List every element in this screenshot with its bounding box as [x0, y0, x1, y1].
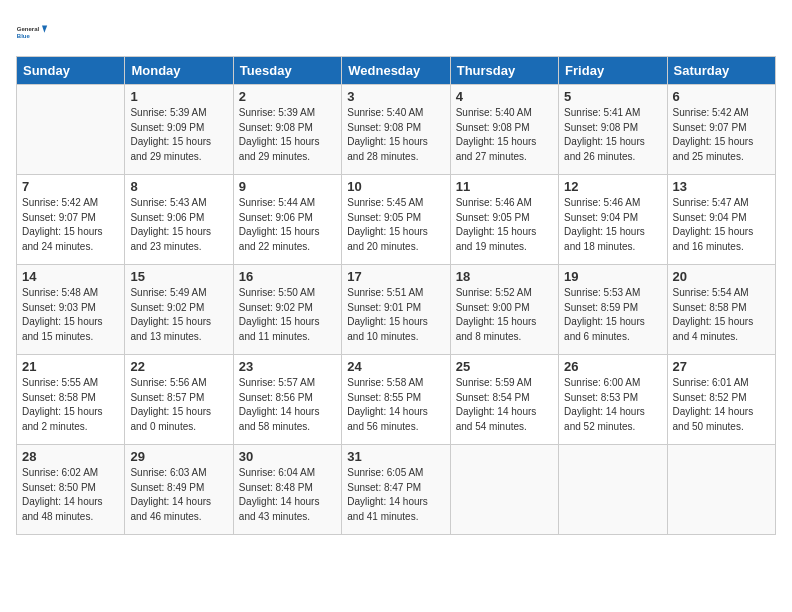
calendar-cell: 28Sunrise: 6:02 AM Sunset: 8:50 PM Dayli…	[17, 445, 125, 535]
calendar-header-row: SundayMondayTuesdayWednesdayThursdayFrid…	[17, 57, 776, 85]
day-number: 30	[239, 449, 336, 464]
calendar-cell: 3Sunrise: 5:40 AM Sunset: 9:08 PM Daylig…	[342, 85, 450, 175]
day-info: Sunrise: 5:42 AM Sunset: 9:07 PM Dayligh…	[22, 196, 119, 254]
calendar-cell: 19Sunrise: 5:53 AM Sunset: 8:59 PM Dayli…	[559, 265, 667, 355]
day-info: Sunrise: 5:51 AM Sunset: 9:01 PM Dayligh…	[347, 286, 444, 344]
logo: GeneralBlue	[16, 16, 48, 48]
calendar-week-row: 14Sunrise: 5:48 AM Sunset: 9:03 PM Dayli…	[17, 265, 776, 355]
calendar-cell	[450, 445, 558, 535]
calendar-cell: 5Sunrise: 5:41 AM Sunset: 9:08 PM Daylig…	[559, 85, 667, 175]
calendar-cell: 9Sunrise: 5:44 AM Sunset: 9:06 PM Daylig…	[233, 175, 341, 265]
calendar-cell: 21Sunrise: 5:55 AM Sunset: 8:58 PM Dayli…	[17, 355, 125, 445]
calendar-cell: 17Sunrise: 5:51 AM Sunset: 9:01 PM Dayli…	[342, 265, 450, 355]
calendar-cell: 18Sunrise: 5:52 AM Sunset: 9:00 PM Dayli…	[450, 265, 558, 355]
day-info: Sunrise: 5:47 AM Sunset: 9:04 PM Dayligh…	[673, 196, 770, 254]
calendar-cell	[17, 85, 125, 175]
calendar-cell	[559, 445, 667, 535]
day-number: 31	[347, 449, 444, 464]
calendar-cell: 1Sunrise: 5:39 AM Sunset: 9:09 PM Daylig…	[125, 85, 233, 175]
day-number: 6	[673, 89, 770, 104]
calendar-cell: 7Sunrise: 5:42 AM Sunset: 9:07 PM Daylig…	[17, 175, 125, 265]
day-number: 26	[564, 359, 661, 374]
svg-text:General: General	[17, 26, 40, 32]
calendar-cell: 15Sunrise: 5:49 AM Sunset: 9:02 PM Dayli…	[125, 265, 233, 355]
day-info: Sunrise: 5:59 AM Sunset: 8:54 PM Dayligh…	[456, 376, 553, 434]
calendar-cell: 16Sunrise: 5:50 AM Sunset: 9:02 PM Dayli…	[233, 265, 341, 355]
day-number: 2	[239, 89, 336, 104]
day-number: 10	[347, 179, 444, 194]
calendar-cell: 23Sunrise: 5:57 AM Sunset: 8:56 PM Dayli…	[233, 355, 341, 445]
day-number: 21	[22, 359, 119, 374]
day-info: Sunrise: 6:02 AM Sunset: 8:50 PM Dayligh…	[22, 466, 119, 524]
day-info: Sunrise: 5:49 AM Sunset: 9:02 PM Dayligh…	[130, 286, 227, 344]
day-info: Sunrise: 5:44 AM Sunset: 9:06 PM Dayligh…	[239, 196, 336, 254]
day-number: 20	[673, 269, 770, 284]
svg-marker-2	[42, 26, 47, 33]
day-info: Sunrise: 5:45 AM Sunset: 9:05 PM Dayligh…	[347, 196, 444, 254]
day-number: 25	[456, 359, 553, 374]
day-number: 27	[673, 359, 770, 374]
day-info: Sunrise: 5:52 AM Sunset: 9:00 PM Dayligh…	[456, 286, 553, 344]
day-info: Sunrise: 5:46 AM Sunset: 9:05 PM Dayligh…	[456, 196, 553, 254]
day-number: 7	[22, 179, 119, 194]
day-number: 5	[564, 89, 661, 104]
day-number: 24	[347, 359, 444, 374]
calendar-cell: 2Sunrise: 5:39 AM Sunset: 9:08 PM Daylig…	[233, 85, 341, 175]
day-number: 14	[22, 269, 119, 284]
day-info: Sunrise: 5:56 AM Sunset: 8:57 PM Dayligh…	[130, 376, 227, 434]
day-info: Sunrise: 5:48 AM Sunset: 9:03 PM Dayligh…	[22, 286, 119, 344]
calendar-cell	[667, 445, 775, 535]
calendar-cell: 4Sunrise: 5:40 AM Sunset: 9:08 PM Daylig…	[450, 85, 558, 175]
calendar-cell: 27Sunrise: 6:01 AM Sunset: 8:52 PM Dayli…	[667, 355, 775, 445]
day-number: 19	[564, 269, 661, 284]
calendar-cell: 14Sunrise: 5:48 AM Sunset: 9:03 PM Dayli…	[17, 265, 125, 355]
day-info: Sunrise: 5:57 AM Sunset: 8:56 PM Dayligh…	[239, 376, 336, 434]
day-info: Sunrise: 6:05 AM Sunset: 8:47 PM Dayligh…	[347, 466, 444, 524]
day-number: 17	[347, 269, 444, 284]
day-info: Sunrise: 5:46 AM Sunset: 9:04 PM Dayligh…	[564, 196, 661, 254]
col-header-saturday: Saturday	[667, 57, 775, 85]
col-header-friday: Friday	[559, 57, 667, 85]
day-info: Sunrise: 6:00 AM Sunset: 8:53 PM Dayligh…	[564, 376, 661, 434]
day-info: Sunrise: 5:40 AM Sunset: 9:08 PM Dayligh…	[456, 106, 553, 164]
calendar-cell: 25Sunrise: 5:59 AM Sunset: 8:54 PM Dayli…	[450, 355, 558, 445]
day-info: Sunrise: 5:42 AM Sunset: 9:07 PM Dayligh…	[673, 106, 770, 164]
col-header-wednesday: Wednesday	[342, 57, 450, 85]
logo-icon: GeneralBlue	[16, 16, 48, 48]
calendar-table: SundayMondayTuesdayWednesdayThursdayFrid…	[16, 56, 776, 535]
day-info: Sunrise: 5:41 AM Sunset: 9:08 PM Dayligh…	[564, 106, 661, 164]
calendar-cell: 6Sunrise: 5:42 AM Sunset: 9:07 PM Daylig…	[667, 85, 775, 175]
col-header-thursday: Thursday	[450, 57, 558, 85]
day-number: 29	[130, 449, 227, 464]
day-number: 22	[130, 359, 227, 374]
page-header: GeneralBlue	[16, 16, 776, 48]
day-info: Sunrise: 5:39 AM Sunset: 9:09 PM Dayligh…	[130, 106, 227, 164]
col-header-monday: Monday	[125, 57, 233, 85]
calendar-week-row: 7Sunrise: 5:42 AM Sunset: 9:07 PM Daylig…	[17, 175, 776, 265]
day-info: Sunrise: 6:01 AM Sunset: 8:52 PM Dayligh…	[673, 376, 770, 434]
day-number: 16	[239, 269, 336, 284]
day-info: Sunrise: 5:58 AM Sunset: 8:55 PM Dayligh…	[347, 376, 444, 434]
day-number: 4	[456, 89, 553, 104]
calendar-cell: 11Sunrise: 5:46 AM Sunset: 9:05 PM Dayli…	[450, 175, 558, 265]
calendar-cell: 24Sunrise: 5:58 AM Sunset: 8:55 PM Dayli…	[342, 355, 450, 445]
col-header-tuesday: Tuesday	[233, 57, 341, 85]
day-number: 12	[564, 179, 661, 194]
day-info: Sunrise: 5:39 AM Sunset: 9:08 PM Dayligh…	[239, 106, 336, 164]
day-number: 3	[347, 89, 444, 104]
col-header-sunday: Sunday	[17, 57, 125, 85]
day-info: Sunrise: 5:43 AM Sunset: 9:06 PM Dayligh…	[130, 196, 227, 254]
calendar-cell: 10Sunrise: 5:45 AM Sunset: 9:05 PM Dayli…	[342, 175, 450, 265]
calendar-week-row: 28Sunrise: 6:02 AM Sunset: 8:50 PM Dayli…	[17, 445, 776, 535]
day-info: Sunrise: 5:54 AM Sunset: 8:58 PM Dayligh…	[673, 286, 770, 344]
day-number: 23	[239, 359, 336, 374]
day-number: 18	[456, 269, 553, 284]
day-info: Sunrise: 5:50 AM Sunset: 9:02 PM Dayligh…	[239, 286, 336, 344]
day-number: 1	[130, 89, 227, 104]
day-number: 13	[673, 179, 770, 194]
day-info: Sunrise: 6:04 AM Sunset: 8:48 PM Dayligh…	[239, 466, 336, 524]
calendar-cell: 8Sunrise: 5:43 AM Sunset: 9:06 PM Daylig…	[125, 175, 233, 265]
calendar-cell: 22Sunrise: 5:56 AM Sunset: 8:57 PM Dayli…	[125, 355, 233, 445]
calendar-cell: 13Sunrise: 5:47 AM Sunset: 9:04 PM Dayli…	[667, 175, 775, 265]
calendar-cell: 29Sunrise: 6:03 AM Sunset: 8:49 PM Dayli…	[125, 445, 233, 535]
